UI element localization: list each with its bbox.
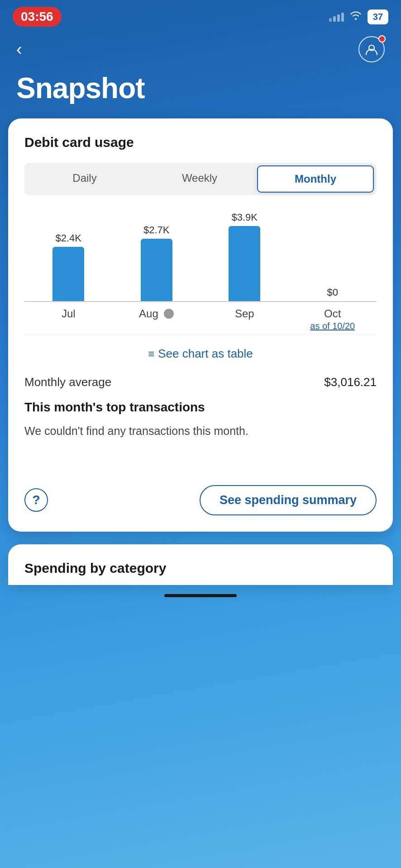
profile-button[interactable] <box>358 36 385 62</box>
month-label-aug: Aug <box>113 307 201 331</box>
chart-col-aug: $2.7K <box>113 212 201 301</box>
bar-label-aug: $2.7K <box>143 224 170 236</box>
category-card-title: Spending by category <box>24 561 377 576</box>
signal-icon <box>329 12 344 22</box>
chart-col-oct: $0 <box>289 212 377 301</box>
wifi-icon <box>349 10 362 23</box>
notification-badge <box>378 35 386 42</box>
bar-label-oct: $0 <box>327 287 338 298</box>
time-display: 03:56 <box>13 7 62 27</box>
bar-label-sep: $3.9K <box>232 212 258 223</box>
no-transactions-message: We couldn't find any transactions this m… <box>24 423 377 440</box>
bar-aug <box>141 239 172 301</box>
debit-card-title: Debit card usage <box>24 135 377 150</box>
chart-col-jul: $2.4K <box>24 212 113 301</box>
home-indicator-area <box>0 585 401 604</box>
card-footer: ? See spending summary <box>24 458 377 515</box>
back-button[interactable]: ‹ <box>16 41 22 58</box>
help-button[interactable]: ? <box>24 488 48 512</box>
month-label-jul: Jul <box>24 307 113 331</box>
top-transactions-title: This month's top transactions <box>24 400 377 415</box>
aug-dot-indicator <box>164 309 174 319</box>
tab-daily[interactable]: Daily <box>27 165 142 193</box>
usage-chart: $2.4K $2.7K $3.9K $0 Jul <box>24 212 377 329</box>
see-chart-as-table-link[interactable]: ≡See chart as table <box>148 347 253 360</box>
status-bar: 03:56 37 <box>0 0 401 32</box>
page-title: Snapshot <box>0 62 401 118</box>
monthly-average-row: Monthly average $3,016.21 <box>24 372 377 400</box>
chart-bars: $2.4K $2.7K $3.9K $0 <box>24 212 377 302</box>
status-icons: 37 <box>329 9 388 24</box>
month-label-oct: Oct as of 10/20 <box>289 307 377 331</box>
list-icon: ≡ <box>148 348 154 360</box>
period-tab-bar: Daily Weekly Monthly <box>24 163 377 195</box>
battery-display: 37 <box>368 9 388 24</box>
profile-icon <box>364 42 379 57</box>
debit-card-usage-card: Debit card usage Daily Weekly Monthly $2… <box>8 118 393 532</box>
see-table-section: ≡See chart as table <box>24 334 377 372</box>
bar-sep <box>229 226 260 301</box>
spending-by-category-card: Spending by category <box>8 544 393 585</box>
oct-sublabel: as of 10/20 <box>289 321 377 331</box>
monthly-average-value: $3,016.21 <box>324 375 377 389</box>
home-indicator-bar <box>164 594 237 597</box>
header: ‹ <box>0 32 401 62</box>
see-spending-summary-button[interactable]: See spending summary <box>200 485 377 515</box>
tab-monthly[interactable]: Monthly <box>257 165 374 193</box>
bar-label-jul: $2.4K <box>56 232 82 244</box>
chart-col-sep: $3.9K <box>200 212 289 301</box>
tab-weekly[interactable]: Weekly <box>142 165 257 193</box>
monthly-average-label: Monthly average <box>24 375 111 389</box>
chart-month-labels: Jul Aug Sep Oct as of 10/20 <box>24 307 377 331</box>
bar-jul <box>53 247 84 301</box>
month-label-sep: Sep <box>200 307 289 331</box>
